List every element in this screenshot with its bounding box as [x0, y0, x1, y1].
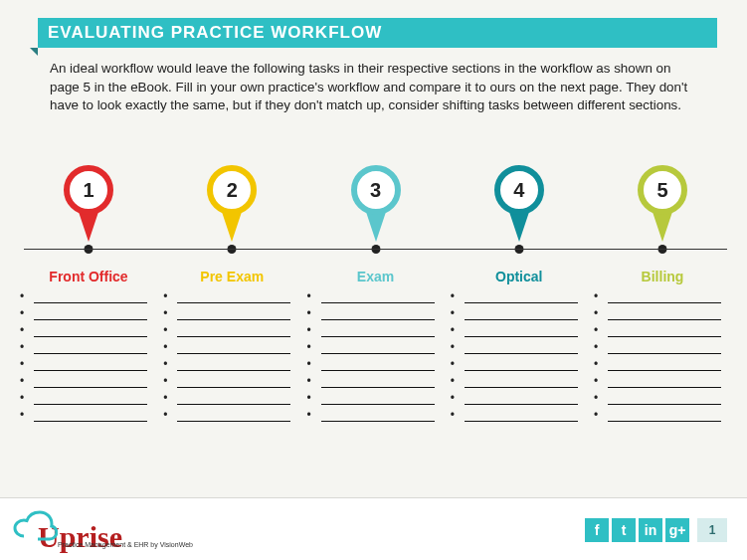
blank-line[interactable] [317, 396, 435, 412]
blank-line[interactable] [173, 362, 290, 378]
blank-line[interactable] [173, 345, 290, 361]
blank-line[interactable] [604, 396, 721, 412]
footer: Uprise Practice Management & EHR by Visi… [0, 498, 747, 560]
blank-line[interactable] [30, 396, 147, 412]
workflow-diagram: 1Front Office2Pre Exam3Exam4Optical5Bill… [24, 151, 727, 430]
blank-line[interactable] [317, 362, 435, 378]
blank-task-list [604, 294, 721, 430]
stage-label: Front Office [49, 269, 127, 284]
pin-circle: 4 [494, 165, 544, 215]
page-header: EVALUATING PRACTICE WORKFLOW [38, 18, 717, 48]
blank-line[interactable] [604, 311, 721, 327]
blank-line[interactable] [461, 379, 578, 395]
blank-line[interactable] [461, 345, 578, 361]
blank-line[interactable] [317, 294, 435, 310]
blank-line[interactable] [604, 328, 721, 344]
linkedin-icon[interactable]: in [639, 518, 662, 542]
stage-pin: 3 [346, 151, 406, 261]
blank-line[interactable] [317, 311, 435, 327]
blank-line[interactable] [173, 294, 290, 310]
blank-line[interactable] [30, 413, 147, 429]
stage-pin: 1 [59, 151, 118, 261]
blank-line[interactable] [461, 294, 578, 310]
blank-task-list [461, 294, 578, 430]
blank-line[interactable] [173, 379, 290, 395]
blank-line[interactable] [173, 396, 290, 412]
pin-circle: 2 [207, 165, 257, 215]
twitter-icon[interactable]: t [612, 518, 636, 542]
stage-pin: 4 [489, 151, 549, 261]
blank-line[interactable] [461, 328, 578, 344]
blank-line[interactable] [30, 328, 147, 344]
blank-line[interactable] [604, 413, 721, 429]
social-links: fting+ [585, 518, 689, 542]
timeline-axis [24, 249, 727, 250]
pin-circle: 5 [638, 165, 687, 215]
stage-label: Pre Exam [200, 269, 264, 284]
blank-line[interactable] [30, 294, 147, 310]
blank-task-list [173, 294, 290, 430]
blank-line[interactable] [317, 345, 435, 361]
blank-line[interactable] [173, 311, 290, 327]
blank-line[interactable] [317, 413, 435, 429]
blank-line[interactable] [30, 379, 147, 395]
blank-line[interactable] [604, 362, 721, 378]
stage-label: Exam [357, 269, 394, 284]
workflow-column-1: 1Front Office [24, 151, 153, 430]
blank-line[interactable] [30, 345, 147, 361]
blank-line[interactable] [461, 413, 578, 429]
blank-line[interactable] [173, 328, 290, 344]
intro-paragraph: An ideal workflow would leave the follow… [50, 60, 703, 115]
facebook-icon[interactable]: f [585, 518, 609, 542]
blank-line[interactable] [317, 328, 435, 344]
blank-task-list [317, 294, 435, 430]
blank-line[interactable] [461, 362, 578, 378]
blank-line[interactable] [461, 311, 578, 327]
pin-circle: 3 [351, 165, 401, 215]
stage-label: Billing [642, 269, 684, 284]
blank-line[interactable] [604, 294, 721, 310]
stage-label: Optical [495, 269, 542, 284]
blank-line[interactable] [604, 345, 721, 361]
blank-line[interactable] [317, 379, 435, 395]
stage-pin: 5 [633, 151, 692, 261]
pin-circle: 1 [64, 165, 113, 215]
workflow-column-3: 3Exam [311, 151, 441, 430]
page-number: 1 [697, 518, 727, 542]
brand-logo: Uprise Practice Management & EHR by Visi… [10, 504, 122, 552]
stage-pin: 2 [202, 151, 262, 261]
cloud-icon [10, 504, 58, 548]
googleplus-icon[interactable]: g+ [665, 518, 689, 542]
blank-line[interactable] [30, 311, 147, 327]
workflow-column-2: 2Pre Exam [167, 151, 296, 430]
blank-line[interactable] [604, 379, 721, 395]
workflow-column-5: 5Billing [598, 151, 727, 430]
blank-task-list [30, 294, 147, 430]
header-fold-decor [30, 48, 38, 56]
workflow-column-4: 4Optical [455, 151, 584, 430]
blank-line[interactable] [461, 396, 578, 412]
blank-line[interactable] [30, 362, 147, 378]
logo-tagline: Practice Management & EHR by VisionWeb [58, 541, 193, 548]
blank-line[interactable] [173, 413, 290, 429]
